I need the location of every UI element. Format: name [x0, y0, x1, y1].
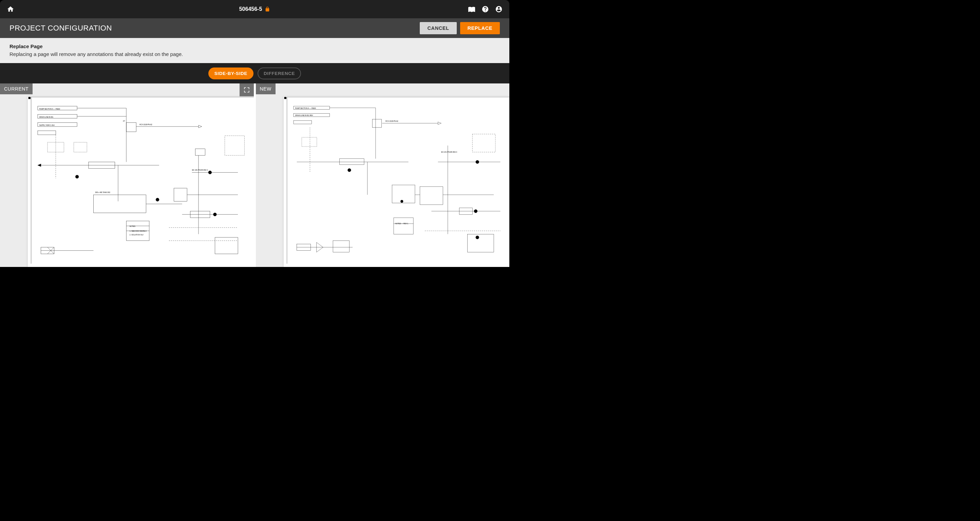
svg-text:EG 101 PN100-652-C: EG 101 PN100-652-C — [192, 169, 208, 171]
page-title: PROJECT CONFIGURATION — [10, 24, 416, 33]
svg-point-24 — [156, 198, 159, 202]
help-icon[interactable] — [482, 5, 489, 13]
svg-point-90 — [476, 236, 479, 239]
new-document-preview[interactable]: PUMP SECTION A — FEED DRAIN LINE B-001 R… — [284, 96, 510, 267]
svg-point-34 — [213, 213, 217, 216]
svg-point-17 — [75, 175, 79, 178]
current-document-preview[interactable]: PUMP SECTION A — FEED DRAIN LINE B-001 S… — [28, 96, 254, 267]
svg-text:FT: FT — [123, 121, 125, 122]
info-strip: Replace Page Replacing a page will remov… — [0, 38, 509, 63]
expand-icon[interactable] — [240, 83, 254, 96]
svg-text:PUMP SECTION A — FEED: PUMP SECTION A — FEED — [295, 108, 316, 109]
svg-text:HCV-1018-PN-62: HCV-1018-PN-62 — [385, 121, 398, 122]
svg-text:DRAIN LINE B-001 REV: DRAIN LINE B-001 REV — [295, 114, 313, 116]
svg-text:NOTES:: NOTES: — [130, 226, 136, 227]
info-title: Replace Page — [10, 43, 500, 49]
svg-text:2. ISOLATION VLV: 2. ISOLATION VLV — [130, 234, 144, 236]
home-icon[interactable] — [7, 5, 14, 13]
svg-rect-1 — [29, 97, 30, 99]
svg-text:HCV-1018-PN-62: HCV-1018-PN-62 — [140, 124, 152, 125]
cancel-button[interactable]: CANCEL — [420, 22, 457, 34]
svg-point-69 — [347, 168, 351, 172]
svg-text:PUMP SECTION A — FEED: PUMP SECTION A — FEED — [39, 108, 60, 110]
svg-text:SUPPLY HDR C-014: SUPPLY HDR C-014 — [39, 124, 55, 126]
compare-area: CURRENT — [0, 83, 509, 267]
tab-difference[interactable]: DIFFERENCE — [258, 67, 301, 79]
account-icon[interactable] — [495, 5, 503, 13]
svg-rect-0 — [28, 96, 254, 267]
info-body: Replacing a page will remove any annotat… — [10, 51, 500, 57]
replace-button[interactable]: REPLACE — [460, 22, 500, 34]
pane-current[interactable]: CURRENT — [0, 83, 254, 267]
svg-text:300 x 400 TANK 002: 300 x 400 TANK 002 — [95, 192, 110, 193]
title-bar: PROJECT CONFIGURATION CANCEL REPLACE — [0, 18, 509, 38]
svg-point-76 — [401, 200, 403, 203]
tab-side-by-side[interactable]: SIDE-BY-SIDE — [208, 67, 253, 79]
svg-text:1. SEE DWG 506456-4: 1. SEE DWG 506456-4 — [130, 230, 146, 232]
book-icon[interactable] — [468, 5, 476, 13]
pane-current-label: CURRENT — [0, 83, 33, 94]
svg-rect-56 — [284, 97, 286, 99]
svg-point-83 — [474, 210, 477, 213]
lock-icon — [265, 6, 270, 12]
svg-text:NOTES — REV 1: NOTES — REV 1 — [395, 223, 408, 224]
project-id-label: 506456-5 — [239, 6, 262, 12]
svg-text:DRAIN LINE B-001: DRAIN LINE B-001 — [39, 116, 54, 118]
pane-new[interactable]: NEW — [256, 83, 510, 267]
view-toggle-bar: SIDE-BY-SIDE DIFFERENCE — [0, 63, 509, 83]
pane-new-label: NEW — [256, 83, 275, 94]
svg-text:EG 101 PN100-652-C: EG 101 PN100-652-C — [441, 151, 457, 153]
app-topbar: 506456-5 — [0, 0, 509, 18]
